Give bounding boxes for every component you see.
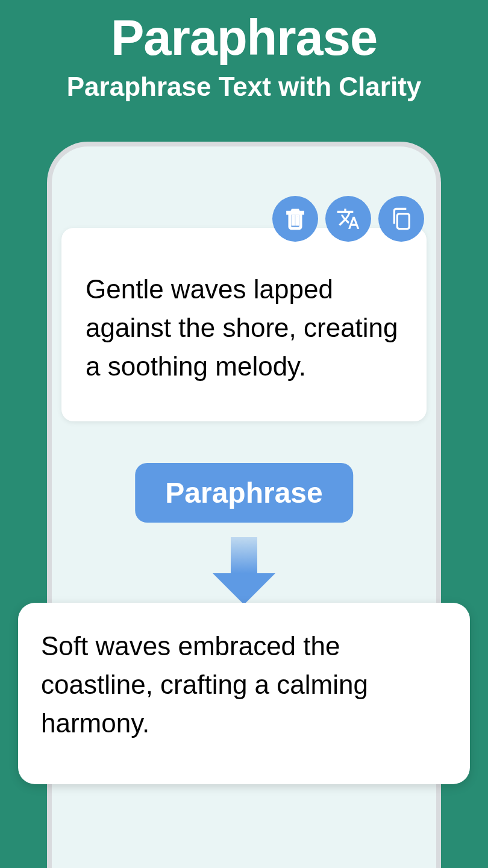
copy-button[interactable] [378, 196, 424, 242]
arrow-icon [213, 537, 275, 605]
paraphrase-button[interactable]: Paraphrase [135, 463, 353, 523]
copy-icon [389, 207, 413, 231]
input-text: Gentle waves lapped against the shore, c… [86, 270, 402, 385]
translate-button[interactable] [325, 196, 371, 242]
delete-button[interactable] [272, 196, 318, 242]
paraphrase-button-label: Paraphrase [165, 477, 323, 509]
output-text: Soft waves embraced the coastline, craft… [41, 627, 447, 742]
svg-rect-2 [397, 214, 409, 229]
output-card: Soft waves embraced the coastline, craft… [18, 603, 470, 784]
header: Paraphrase Paraphrase Text with Clarity [0, 0, 488, 102]
page-title: Paraphrase [0, 9, 488, 67]
translate-icon [336, 207, 360, 231]
trash-icon [283, 207, 307, 231]
input-card[interactable]: Gentle waves lapped against the shore, c… [61, 228, 427, 421]
page-subtitle: Paraphrase Text with Clarity [0, 72, 488, 102]
action-buttons [272, 196, 424, 242]
